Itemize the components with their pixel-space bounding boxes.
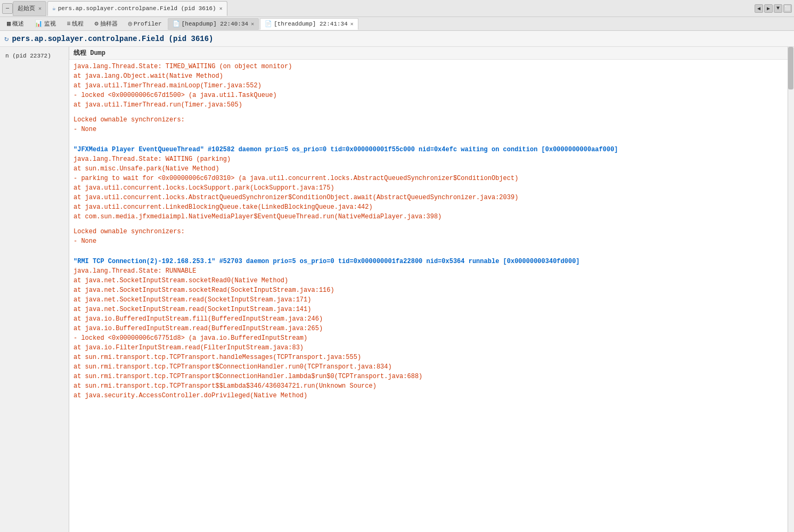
sidebar-collapse-button[interactable]: —	[2, 3, 13, 14]
line-26: at java.net.SocketInputStream.socketRead…	[73, 285, 790, 295]
main-layout: n (pid 22372) 线程 Dump java.lang.Thread.S…	[0, 47, 794, 532]
process-header: ↻ pers.ap.soplayer.controlpane.Field (pi…	[0, 31, 794, 47]
blank-22	[73, 251, 790, 257]
line-37: at java.security.AccessController.doPriv…	[73, 391, 790, 400]
blank-9	[73, 140, 790, 145]
sampler-label: 抽样器	[100, 20, 118, 28]
threaddump-icon: 📄	[265, 20, 272, 27]
threaddump-close[interactable]: ✕	[350, 21, 354, 27]
sidebar-item-process[interactable]: n (pid 22372)	[2, 51, 67, 61]
line-16: at java.util.concurrent.LinkedBlockingQu…	[73, 202, 790, 212]
line-12: at sun.misc.Unsafe.park(Native Method)	[73, 164, 790, 174]
blank-8	[73, 134, 790, 140]
nav-dropdown-button[interactable]: ▼	[774, 4, 782, 13]
tool-threaddump[interactable]: 📄 [threaddump] 22:41:34 ✕	[260, 18, 358, 30]
heapdump-close[interactable]: ✕	[251, 21, 254, 27]
toolbar-row: ▦ 概述 📊 监视 ≡ 线程 ⚙ 抽样器 ◎ Profiler 📄 [heapd…	[0, 17, 794, 31]
process-title: pers.ap.soplayer.controlpane.Field (pid …	[12, 35, 213, 43]
tab-bar: 起始页 ✕ ☕ pers.ap.soplayer.controlpane.Fie…	[13, 1, 755, 16]
line-25: at java.net.SocketInputStream.socketRead…	[73, 276, 790, 285]
tab-home-label: 起始页	[18, 4, 35, 12]
refresh-icon[interactable]: ↻	[4, 34, 9, 43]
overview-label: 概述	[12, 20, 24, 28]
browser-nav-right: ◀ ▶ ▼ ⬜	[755, 4, 792, 13]
heapdump-label: [heapdump] 22:40:34	[182, 21, 248, 27]
line-6: Locked ownable synchronizers:	[73, 115, 790, 125]
tool-threads[interactable]: ≡ 线程	[62, 18, 88, 30]
tab-home[interactable]: 起始页 ✕	[13, 1, 46, 16]
line-13: - parking to wait for <0x00000006c67d031…	[73, 174, 790, 183]
tool-profiler[interactable]: ◎ Profiler	[124, 18, 167, 30]
monitor-icon: 📊	[35, 20, 43, 28]
line-2: at java.util.TimerThread.mainLoop(Timer.…	[73, 81, 790, 91]
line-4: at java.util.TimerThread.run(Timer.java:…	[73, 100, 790, 110]
line-33: at sun.rmi.transport.tcp.TCPTransport.ha…	[73, 353, 790, 362]
line-24: java.lang.Thread.State: RUNNABLE	[73, 266, 790, 276]
line-34: at sun.rmi.transport.tcp.TCPTransport$Co…	[73, 362, 790, 372]
line-14: at java.util.concurrent.locks.LockSuppor…	[73, 183, 790, 193]
line-11: java.lang.Thread.State: WAITING (parking…	[73, 154, 790, 164]
line-28: at java.net.SocketInputStream.read(Socke…	[73, 305, 790, 314]
line-19: Locked ownable synchronizers:	[73, 227, 790, 236]
thread-name-jfxmedia: "JFXMedia Player EventQueueThread" #1025…	[73, 145, 790, 154]
overview-icon: ▦	[7, 20, 11, 28]
line-32: at java.io.FilterInputStream.read(Filter…	[73, 343, 790, 353]
line-17: at com.sun.media.jfxmediaimpl.NativeMedi…	[73, 212, 790, 222]
blank-5	[73, 110, 790, 115]
section-header-label: 线程 Dump	[73, 50, 105, 57]
threads-icon: ≡	[67, 20, 70, 28]
thread-name-rmi: "RMI TCP Connection(2)-192.168.253.1" #5…	[73, 257, 790, 266]
line-15: at java.util.concurrent.locks.AbstractQu…	[73, 193, 790, 202]
tool-overview[interactable]: ▦ 概述	[2, 18, 29, 30]
threaddump-label: [threaddump] 22:41:34	[274, 21, 348, 27]
line-36: at sun.rmi.transport.tcp.TCPTransport$$L…	[73, 381, 790, 391]
line-1: at java.lang.Object.wait(Native Method)	[73, 71, 790, 81]
scrollbar-track[interactable]	[788, 47, 794, 532]
line-3: - locked <0x00000006c67d1500> (a java.ut…	[73, 91, 790, 100]
left-sidebar: n (pid 22372)	[0, 47, 69, 532]
nav-forward-button[interactable]: ▶	[764, 4, 773, 13]
line-0: java.lang.Thread.State: TIMED_WAITING (o…	[73, 62, 790, 71]
monitor-label: 监视	[44, 20, 56, 28]
section-header: 线程 Dump	[69, 47, 794, 60]
content-area: 线程 Dump java.lang.Thread.State: TIMED_WA…	[69, 47, 794, 532]
tool-heapdump[interactable]: 📄 [heapdump] 22:40:34 ✕	[168, 18, 259, 30]
tab-process-icon: ☕	[52, 5, 56, 12]
line-31: - locked <0x00000006c67751d8> (a java.io…	[73, 333, 790, 343]
tab-process-close[interactable]: ✕	[219, 5, 223, 12]
scrollbar-thumb[interactable]	[788, 47, 793, 89]
line-35: at sun.rmi.transport.tcp.TCPTransport$Co…	[73, 372, 790, 381]
tab-home-close[interactable]: ✕	[38, 5, 42, 12]
profiler-icon: ◎	[128, 20, 132, 28]
tool-sampler[interactable]: ⚙ 抽样器	[89, 18, 122, 30]
thread-dump-content[interactable]: java.lang.Thread.State: TIMED_WAITING (o…	[69, 60, 794, 531]
blank-18	[73, 222, 790, 227]
tool-monitor[interactable]: 📊 监视	[30, 18, 61, 30]
line-30: at java.io.BufferedInputStream.read(Buff…	[73, 324, 790, 333]
tab-process-label: pers.ap.soplayer.controlpane.Field (pid …	[58, 5, 216, 12]
line-27: at java.net.SocketInputStream.read(Socke…	[73, 295, 790, 305]
line-20: - None	[73, 236, 790, 246]
window-maximize-button[interactable]: ⬜	[783, 4, 792, 13]
tab-process[interactable]: ☕ pers.ap.soplayer.controlpane.Field (pi…	[47, 1, 227, 16]
blank-21	[73, 246, 790, 251]
line-29: at java.io.BufferedInputStream.fill(Buff…	[73, 314, 790, 324]
line-7: - None	[73, 125, 790, 134]
profiler-label: Profiler	[134, 21, 162, 27]
browser-tab-bar: — 起始页 ✕ ☕ pers.ap.soplayer.controlpane.F…	[0, 0, 794, 17]
sidebar-item-label: n (pid 22372)	[5, 53, 51, 59]
threads-label: 线程	[72, 20, 84, 28]
nav-back-button[interactable]: ◀	[755, 4, 763, 13]
sampler-icon: ⚙	[94, 20, 98, 28]
heapdump-icon: 📄	[173, 20, 180, 27]
